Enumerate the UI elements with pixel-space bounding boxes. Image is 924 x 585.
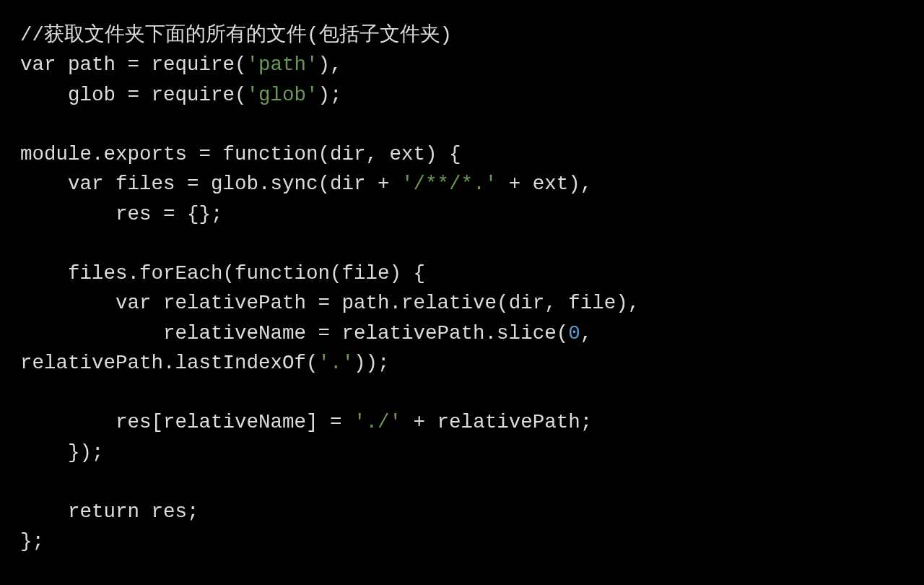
code-token: 'path' [247, 53, 318, 76]
code-token: '/**/*.' [401, 173, 497, 195]
code-token: //获取文件夹下面的所有的文件(包括子文件夹) [20, 24, 452, 46]
code-token: 0 [568, 322, 580, 344]
code-token: return [68, 500, 139, 523]
code-token: '.' [318, 352, 354, 374]
code-token: function [235, 262, 330, 285]
code-token: './' [354, 411, 401, 433]
code-token: var [68, 173, 104, 195]
code-token: var [116, 292, 152, 314]
code-snippet: //获取文件夹下面的所有的文件(包括子文件夹) var path = requi… [20, 20, 904, 557]
code-token: var [20, 53, 56, 76]
code-token: files = glob.sync(dir + [104, 173, 402, 195]
code-token: 'glob' [247, 84, 318, 106]
code-token: path = require( [56, 53, 247, 76]
code-token: function [223, 143, 318, 165]
